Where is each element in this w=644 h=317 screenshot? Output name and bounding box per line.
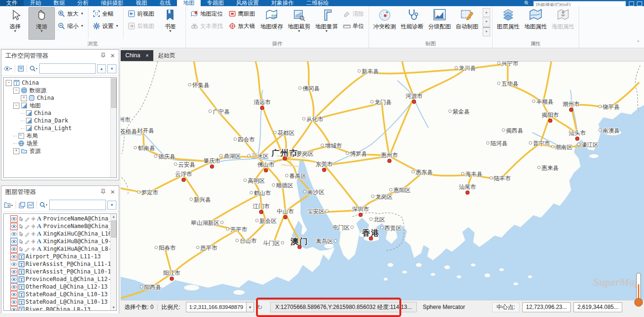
collapse-icon[interactable]: − bbox=[13, 103, 19, 109]
zoom-thermometer[interactable] bbox=[634, 272, 644, 310]
search-down-button[interactable]: ▼ bbox=[107, 64, 116, 73]
menu-tab-倾斜摄影[interactable]: 倾斜摄影 bbox=[95, 0, 130, 6]
ribbon-button-书签[interactable]: 书签▼ bbox=[157, 7, 184, 39]
expand-icon[interactable]: + bbox=[13, 148, 19, 154]
map-canvas[interactable]: 怀集县佛冈县新丰县龙川县兴宁市五华县广宁县从化市龙门县河源市丰顺县潮州市饶平县紫… bbox=[121, 62, 644, 300]
ribbon-button-地图定位[interactable]: 地图定位 bbox=[189, 9, 225, 19]
ribbon-button-全幅[interactable]: 全幅 bbox=[91, 9, 121, 19]
close-icon[interactable]: ✕ bbox=[110, 53, 115, 59]
ribbon-button-性能诊断[interactable]: 性能诊断 bbox=[398, 7, 426, 39]
ribbon-button-放大[interactable]: 放大▼ bbox=[56, 9, 86, 19]
visibility-eye-icon[interactable] bbox=[10, 223, 18, 230]
overflow-button[interactable]: ▼ bbox=[107, 201, 116, 210]
layer-row[interactable]: StateRoad_L@China_L10-13 bbox=[4, 298, 116, 306]
ribbon-button-地图属性[interactable]: 地图属性 bbox=[522, 7, 549, 39]
search-icon[interactable] bbox=[39, 202, 48, 208]
visibility-eye-icon[interactable] bbox=[10, 246, 18, 253]
workspace-search-input[interactable] bbox=[39, 63, 96, 74]
layer-scrollbar[interactable]: ▲ ▼ bbox=[110, 214, 116, 310]
visibility-eye-icon[interactable] bbox=[10, 276, 18, 283]
ribbon-button-图层属性[interactable]: 图层属性 bbox=[494, 7, 522, 39]
menu-tab-文件[interactable]: 文件 bbox=[0, 0, 24, 6]
snapable-icon[interactable] bbox=[31, 231, 36, 237]
gallery-expand-button[interactable]: ▼ bbox=[483, 27, 490, 36]
layer-row[interactable]: AProvinceNameA@China_L5 bbox=[4, 215, 116, 222]
selectable-icon[interactable] bbox=[18, 216, 24, 221]
selectable-icon[interactable] bbox=[18, 231, 24, 237]
search-icon[interactable] bbox=[29, 65, 38, 72]
snapable-icon[interactable] bbox=[31, 216, 36, 221]
snapable-icon[interactable] bbox=[31, 239, 36, 244]
visibility-eye-icon[interactable] bbox=[10, 299, 18, 306]
ribbon-button-漫游[interactable]: 漫游▼ bbox=[28, 7, 55, 40]
close-icon[interactable]: ✕ bbox=[110, 189, 115, 195]
add-layer-icon[interactable] bbox=[4, 202, 13, 209]
ribbon-button-选择[interactable]: 选择▼ bbox=[2, 7, 28, 39]
ribbon-button-自动制图[interactable]: 自动制图 bbox=[453, 7, 481, 39]
snapable-icon[interactable] bbox=[31, 247, 36, 252]
layer-row[interactable]: RiverAssist_P@China_L11-12 bbox=[4, 260, 116, 268]
layer-row[interactable]: AXingKaiHuA@China_L8-8 bbox=[4, 245, 116, 253]
tree-node-资源[interactable]: +资源 bbox=[4, 147, 116, 155]
menu-tab-数据[interactable]: 数据 bbox=[47, 0, 71, 6]
ribbon-button-清除[interactable]: 清除 bbox=[341, 9, 366, 19]
ribbon-button-设置[interactable]: 设置▼ bbox=[91, 21, 121, 31]
tree-node-China[interactable]: −China bbox=[4, 79, 116, 87]
menu-tab-在线[interactable]: 在线 bbox=[153, 0, 177, 6]
layer-row[interactable]: River_R@China_L8-13 bbox=[4, 306, 116, 311]
menu-tab-对象操作[interactable]: 对象操作 bbox=[265, 0, 300, 6]
layer-row[interactable]: RiverAssist_P@China_L10-10 bbox=[4, 268, 116, 275]
snapable-icon[interactable] bbox=[31, 224, 36, 229]
layer-row[interactable]: AXingKaiHuB@China_L9-9 bbox=[4, 238, 116, 245]
collapse-icon[interactable]: − bbox=[6, 80, 12, 86]
layer-row[interactable]: OtherRoad_L@China_L12-13 bbox=[4, 283, 116, 291]
ribbon-button-后视图[interactable]: 后视图 bbox=[126, 21, 156, 31]
ribbon-button-地图裁剪[interactable]: 地图裁剪▼ bbox=[285, 7, 313, 39]
menu-tab-二维标绘[interactable]: 二维标绘 bbox=[300, 0, 335, 6]
chevron-down-icon[interactable]: ▼ bbox=[246, 302, 254, 312]
scale-combobox[interactable]: 1:2,311,166.83948879 ▼ bbox=[186, 302, 254, 312]
menu-tab-视图[interactable]: 视图 bbox=[130, 0, 153, 6]
gallery-down-button[interactable]: ▼ bbox=[483, 18, 490, 26]
editable-icon[interactable] bbox=[25, 247, 30, 252]
ribbon-button-单位[interactable]: 单位 bbox=[341, 21, 366, 31]
tree-node-数据源[interactable]: −数据源 bbox=[4, 87, 116, 94]
menu-tab-专题图[interactable]: 专题图 bbox=[201, 0, 230, 6]
ribbon-button-文本查找[interactable]: 文本查找 bbox=[189, 21, 225, 31]
ribbon-button-地图量算[interactable]: 地图量算▼ bbox=[313, 7, 340, 39]
layer-search-input[interactable] bbox=[49, 200, 106, 210]
visibility-eye-icon[interactable] bbox=[10, 238, 18, 245]
menu-tab-开始[interactable]: 开始 bbox=[24, 0, 47, 6]
refresh-icon[interactable]: ↻ bbox=[257, 303, 263, 311]
pin-icon[interactable] bbox=[101, 189, 106, 195]
tree-scrollbar[interactable] bbox=[110, 78, 116, 177]
collapse-icon[interactable]: − bbox=[13, 88, 19, 94]
editable-icon[interactable] bbox=[25, 216, 30, 221]
layer-row[interactable]: AXingKaiHuC@China_L10-1 bbox=[4, 230, 116, 238]
ribbon-collapse-icon[interactable]: ⌃ bbox=[636, 40, 640, 45]
tree-node-China_Light[interactable]: China_Light bbox=[4, 124, 116, 132]
layer-row[interactable]: ProvinceRoad_L@China_L12-13 bbox=[4, 275, 116, 283]
search-up-button[interactable]: ▲ bbox=[97, 64, 106, 73]
ribbon-button-分级配图[interactable]: 分级配图 bbox=[426, 7, 453, 39]
editable-icon[interactable] bbox=[25, 239, 30, 244]
center-x-field[interactable]: 12,723,096.23... bbox=[522, 302, 571, 312]
layer-row[interactable]: AProvinceNameB@China_L6 bbox=[4, 222, 116, 230]
visibility-eye-icon[interactable] bbox=[10, 291, 18, 298]
expand-icon[interactable]: + bbox=[21, 95, 27, 101]
selectable-icon[interactable] bbox=[18, 247, 24, 252]
tree-node-布局[interactable]: 布局 bbox=[4, 132, 116, 140]
ribbon-button-缩小[interactable]: 缩小▼ bbox=[56, 21, 86, 31]
menu-tab-地图[interactable]: 地图 bbox=[177, 0, 201, 6]
editable-icon[interactable] bbox=[25, 231, 30, 237]
ribbon-button-冲突检测[interactable]: 冲突检测 bbox=[371, 7, 398, 39]
ribbon-button-前视图[interactable]: 前视图 bbox=[126, 9, 156, 19]
ribbon-button-地图缓存[interactable]: 地图缓存 bbox=[258, 7, 285, 39]
visibility-eye-icon[interactable] bbox=[10, 268, 18, 275]
tree-node-China[interactable]: +China bbox=[4, 94, 116, 102]
center-y-field[interactable]: 2,619,344.085... bbox=[573, 302, 622, 312]
tab-start-page[interactable]: 起始页 bbox=[153, 50, 180, 61]
window-restore-icon[interactable] bbox=[629, 1, 634, 6]
tree-node-场景[interactable]: 场景 bbox=[4, 140, 116, 147]
visibility-eye-icon[interactable] bbox=[10, 215, 18, 222]
